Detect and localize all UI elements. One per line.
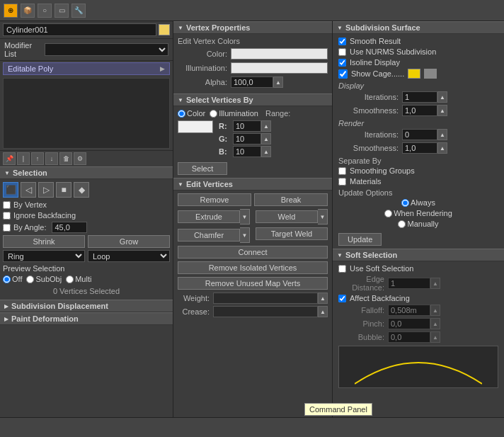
r-input[interactable] xyxy=(233,120,261,132)
manually-label[interactable]: Manually xyxy=(398,220,438,228)
weld-button[interactable]: Weld xyxy=(256,210,318,223)
display-smoothness-input[interactable] xyxy=(402,105,437,116)
bubble-spin[interactable]: ▲ xyxy=(430,331,440,343)
color-preview-box[interactable] xyxy=(178,120,213,133)
break-button[interactable]: Break xyxy=(254,193,328,206)
pinch-spin[interactable]: ▲ xyxy=(430,318,440,329)
edge-distance-input[interactable] xyxy=(388,278,430,289)
crease-slider[interactable] xyxy=(213,306,318,317)
shrink-button[interactable]: Shrink xyxy=(3,235,85,248)
always-label[interactable]: Always xyxy=(401,198,435,207)
weld-arrow[interactable]: ▼ xyxy=(318,209,328,225)
sel-icon-poly[interactable]: ■ xyxy=(56,182,71,198)
smooth-result-checkbox[interactable] xyxy=(338,38,346,45)
by-angle-input[interactable] xyxy=(52,222,87,233)
b-input[interactable] xyxy=(233,146,261,157)
soft-sel-header[interactable]: ▼ Soft Selection xyxy=(333,249,504,261)
g-input[interactable] xyxy=(233,133,261,144)
always-radio[interactable] xyxy=(401,199,409,207)
update-button[interactable]: Update xyxy=(338,233,382,246)
remove-button[interactable]: Remove xyxy=(178,193,251,206)
render-smoothness-input[interactable] xyxy=(402,142,437,154)
alpha-input[interactable] xyxy=(231,76,273,88)
bubble-input[interactable] xyxy=(388,331,430,343)
materials-checkbox[interactable] xyxy=(338,178,346,186)
use-soft-checkbox[interactable] xyxy=(338,265,346,273)
toolbar-icon-circle[interactable]: ○ xyxy=(38,4,52,18)
preview-subobj-label[interactable]: SubObj xyxy=(26,275,62,283)
falloff-spin[interactable]: ▲ xyxy=(430,305,440,316)
svb-illum-radio[interactable] xyxy=(210,110,217,118)
paint-deform-header[interactable]: ▶ Paint Deformation xyxy=(0,312,173,325)
config-icon[interactable]: ⚙ xyxy=(74,152,86,165)
object-name-input[interactable] xyxy=(3,23,156,36)
falloff-input[interactable] xyxy=(388,305,430,316)
weight-spin[interactable]: ▲ xyxy=(318,293,328,304)
affect-backfacing-checkbox[interactable] xyxy=(338,295,346,302)
b-spin[interactable]: ▲ xyxy=(261,146,271,157)
preview-multi-radio[interactable] xyxy=(66,276,74,283)
render-iterations-spin[interactable]: ▲ xyxy=(437,129,447,140)
remove-isolated-button[interactable]: Remove Isolated Vertices xyxy=(178,261,328,274)
r-spin[interactable]: ▲ xyxy=(261,120,271,132)
ring-dropdown[interactable]: Ring xyxy=(3,250,85,262)
display-smoothness-spin[interactable]: ▲ xyxy=(437,105,447,116)
sel-icon-element[interactable]: ◆ xyxy=(74,182,89,198)
use-nurms-checkbox[interactable] xyxy=(338,48,346,56)
toolbar-icon-box[interactable]: 📦 xyxy=(21,4,35,18)
selection-section-header[interactable]: ▼ Selection xyxy=(0,166,173,179)
svb-color-radio[interactable] xyxy=(178,110,185,118)
edge-distance-spin[interactable]: ▲ xyxy=(430,278,440,289)
select-button[interactable]: Select xyxy=(178,162,227,175)
cage-swatch-gray[interactable] xyxy=(424,69,437,79)
chamfer-button[interactable]: Chamfer xyxy=(178,229,240,242)
vertex-props-header[interactable]: ▼ Vertex Properties xyxy=(173,21,332,34)
illumination-bar[interactable] xyxy=(231,62,328,74)
pin-icon[interactable]: 📌 xyxy=(3,152,16,165)
loop-dropdown[interactable]: Loop xyxy=(88,250,170,262)
when-rendering-label[interactable]: When Rendering xyxy=(384,209,452,217)
display-iterations-spin[interactable]: ▲ xyxy=(437,91,447,103)
svb-illum-label[interactable]: Illumination xyxy=(210,109,258,118)
render-iterations-input[interactable] xyxy=(402,129,437,140)
alpha-spin-up[interactable]: ▲ xyxy=(273,76,283,88)
ignore-backfacing-checkbox[interactable] xyxy=(3,212,11,220)
by-angle-checkbox[interactable] xyxy=(3,224,11,232)
move-up-icon[interactable]: ↑ xyxy=(31,152,44,165)
modifier-dropdown[interactable] xyxy=(45,43,168,56)
sel-icon-border[interactable]: ▷ xyxy=(38,182,54,198)
preview-off-label[interactable]: Off xyxy=(3,275,22,283)
object-color-swatch[interactable] xyxy=(159,24,170,35)
edit-vertices-header[interactable]: ▼ Edit Vertices xyxy=(173,178,332,191)
smoothing-groups-checkbox[interactable] xyxy=(338,167,346,175)
show-cage-checkbox[interactable] xyxy=(338,69,348,79)
svb-color-label[interactable]: Color xyxy=(178,109,205,118)
extrude-button[interactable]: Extrude xyxy=(178,210,240,223)
connect-button[interactable]: Connect xyxy=(178,246,328,259)
pinch-input[interactable] xyxy=(388,318,430,329)
display-iterations-input[interactable] xyxy=(402,91,437,103)
trash-icon[interactable]: 🗑 xyxy=(59,152,72,165)
preview-multi-label[interactable]: Multi xyxy=(66,275,91,283)
preview-off-radio[interactable] xyxy=(3,276,11,283)
modifier-item-editable-poly[interactable]: Editable Poly ▶ xyxy=(3,62,170,75)
sel-icon-edge[interactable]: ◁ xyxy=(21,182,36,198)
subdiv-disp-header[interactable]: ▶ Subdivision Displacement xyxy=(0,300,173,312)
ss-header[interactable]: ▼ Subdivision Surface xyxy=(333,21,504,34)
remove-unused-button[interactable]: Remove Unused Map Verts xyxy=(178,277,328,290)
extrude-arrow[interactable]: ▼ xyxy=(240,209,250,225)
target-weld-button[interactable]: Target Weld xyxy=(256,227,328,240)
when-rendering-radio[interactable] xyxy=(384,210,392,217)
cage-swatch-yellow[interactable] xyxy=(408,69,420,79)
isoline-checkbox[interactable] xyxy=(338,59,346,67)
toolbar-icon-add[interactable]: ⊕ xyxy=(4,4,18,18)
g-spin[interactable]: ▲ xyxy=(261,133,271,144)
color-bar[interactable] xyxy=(231,48,328,59)
toolbar-icon-rect[interactable]: ▭ xyxy=(55,4,69,18)
move-down-icon[interactable]: ↓ xyxy=(45,152,58,165)
svb-header[interactable]: ▼ Select Vertices By xyxy=(173,93,332,106)
sel-icon-vertex[interactable]: ⬛ xyxy=(3,182,18,198)
weight-slider[interactable] xyxy=(213,293,318,304)
manually-radio[interactable] xyxy=(398,220,406,228)
crease-spin[interactable]: ▲ xyxy=(318,306,328,317)
